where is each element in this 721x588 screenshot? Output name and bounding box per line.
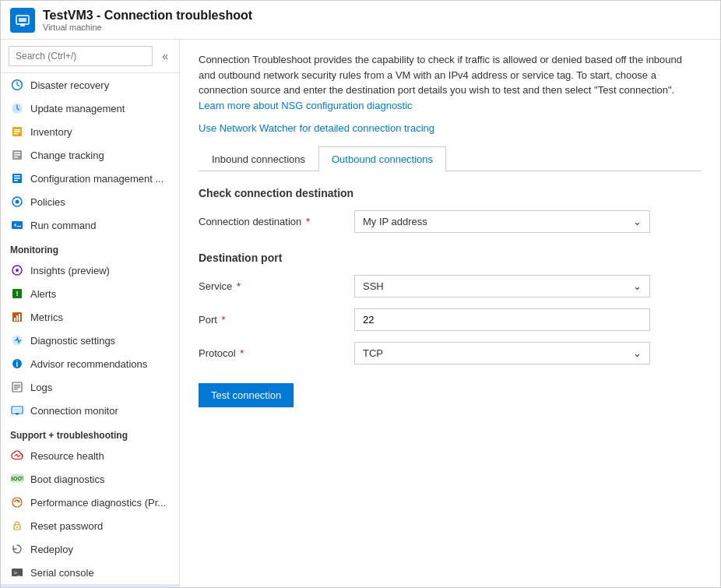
redeploy-icon [10,542,24,556]
header: TestVM3 - Connection troubleshoot Virtua… [1,1,720,40]
search-input[interactable] [9,46,153,66]
advisor-icon: i [10,357,24,371]
svg-rect-29 [19,314,20,321]
sidebar-item-logs[interactable]: Logs [1,375,179,399]
service-select[interactable]: SSH ⌄ [354,275,650,298]
port-row: Port * [199,308,702,331]
connection-destination-control: My IP address ⌄ [354,210,650,233]
sidebar-label-logs: Logs [30,382,52,393]
sidebar-item-update-management[interactable]: Update management [1,97,179,120]
sidebar-label-reset-password: Reset password [30,520,103,532]
svg-rect-28 [16,315,18,321]
chevron-down-icon-protocol: ⌄ [633,347,642,359]
sidebar-item-change-tracking[interactable]: Change tracking [1,143,179,167]
sidebar-item-configuration-management[interactable]: Configuration management ... [1,167,179,190]
sidebar-label-redeploy: Redeploy [30,544,73,555]
vm-icon [10,8,35,33]
sidebar-support-items: Resource health BOOT Boot diagnostics Pe… [1,444,179,587]
sidebar-label-insights: Insights (preview) [30,265,110,276]
service-row: Service * SSH ⌄ [199,275,702,298]
sidebar: « Disaster recovery Update management [1,40,180,587]
svg-rect-36 [14,389,18,389]
alerts-icon: ! [10,287,24,301]
connection-monitor-icon [10,403,24,417]
svg-rect-13 [14,157,18,158]
monitoring-section-label: Monitoring [1,237,179,259]
sidebar-item-connection-troubleshoot[interactable]: Connection troubleshoot [1,584,179,587]
sidebar-item-resource-health[interactable]: Resource health [1,444,179,467]
sidebar-item-disaster-recovery[interactable]: Disaster recovery [1,73,179,97]
performance-diagnostics-icon [10,495,24,509]
svg-text:!: ! [16,290,19,298]
service-label: Service * [199,280,354,292]
sidebar-item-alerts[interactable]: ! Alerts [1,282,179,305]
sidebar-item-metrics[interactable]: Metrics [1,305,179,329]
network-watcher-link[interactable]: Use Network Watcher for detailed connect… [199,122,434,134]
required-star-protocol: * [237,347,244,359]
svg-rect-27 [14,318,16,321]
protocol-value: TCP [363,347,383,359]
connection-destination-select[interactable]: My IP address ⌄ [354,210,650,233]
sidebar-label-change-tracking: Change tracking [30,150,104,161]
protocol-row: Protocol * TCP ⌄ [199,342,702,364]
sidebar-item-diagnostic-settings[interactable]: Diagnostic settings [1,329,179,352]
metrics-icon [10,310,24,324]
config-management-icon [10,171,24,185]
port-label: Port * [199,314,354,326]
tab-outbound-connections[interactable]: Outbound connections [318,146,446,171]
connection-destination-label: Connection destination * [199,216,354,227]
svg-rect-35 [14,387,20,388]
svg-rect-20 [12,221,23,229]
service-control: SSH ⌄ [354,275,650,298]
protocol-select[interactable]: TCP ⌄ [354,342,650,364]
sidebar-item-redeploy[interactable]: Redeploy [1,537,179,561]
chevron-down-icon-service: ⌄ [633,280,642,292]
tab-inbound-connections[interactable]: Inbound connections [199,146,318,171]
chevron-down-icon: ⌄ [633,216,642,227]
sidebar-item-advisor[interactable]: i Advisor recommendations [1,352,179,375]
svg-rect-12 [14,154,20,156]
sidebar-label-serial-console: Serial console [30,567,94,579]
sidebar-label-inventory: Inventory [30,126,72,138]
svg-point-46 [16,526,18,528]
svg-point-23 [16,269,19,272]
sidebar-item-insights[interactable]: Insights (preview) [1,259,179,282]
sidebar-label-resource-health: Resource health [30,450,104,462]
svg-rect-21 [17,226,21,227]
sidebar-label-metrics: Metrics [30,312,63,323]
connection-destination-value: My IP address [363,216,427,227]
svg-rect-7 [14,129,20,131]
sidebar-label-alerts: Alerts [30,288,56,300]
sidebar-item-serial-console[interactable]: >_ Serial console [1,561,179,584]
collapse-button[interactable]: « [159,48,171,64]
disaster-recovery-icon [10,78,24,92]
sidebar-label-advisor: Advisor recommendations [30,358,147,370]
destination-port-section: Destination port Service * SSH ⌄ [199,252,702,364]
svg-rect-38 [13,408,21,412]
main-content: Connection Troubleshoot provides the cap… [180,40,720,587]
sidebar-item-run-command[interactable]: Run command [1,213,179,237]
sidebar-label-performance-diagnostics: Performance diagnostics (Pr... [30,497,166,509]
sidebar-item-reset-password[interactable]: Reset password [1,514,179,537]
port-control [354,308,650,331]
sidebar-label-diagnostic-settings: Diagnostic settings [30,335,115,347]
learn-more-link[interactable]: Learn more about NSG configuration diagn… [199,100,413,111]
svg-rect-9 [14,133,18,135]
description-text: Connection Troubleshoot provides the cap… [199,52,702,113]
sidebar-label-run-command: Run command [30,220,97,231]
port-input[interactable] [354,308,650,331]
sidebar-item-performance-diagnostics[interactable]: Performance diagnostics (Pr... [1,491,179,514]
sidebar-item-inventory[interactable]: Inventory [1,120,179,143]
sidebar-item-policies[interactable]: Policies [1,190,179,213]
sidebar-item-connection-monitor[interactable]: Connection monitor [1,399,179,422]
diagnostic-icon [10,333,24,347]
serial-console-icon: >_ [10,565,24,579]
svg-rect-16 [14,178,20,179]
test-connection-button[interactable]: Test connection [199,383,294,407]
svg-rect-17 [14,180,18,181]
check-connection-section: Check connection destination Connection … [199,187,702,233]
required-star-port: * [219,314,226,326]
sidebar-item-boot-diagnostics[interactable]: BOOT Boot diagnostics [1,467,179,491]
run-command-icon [10,218,24,232]
svg-text:i: i [16,360,19,368]
